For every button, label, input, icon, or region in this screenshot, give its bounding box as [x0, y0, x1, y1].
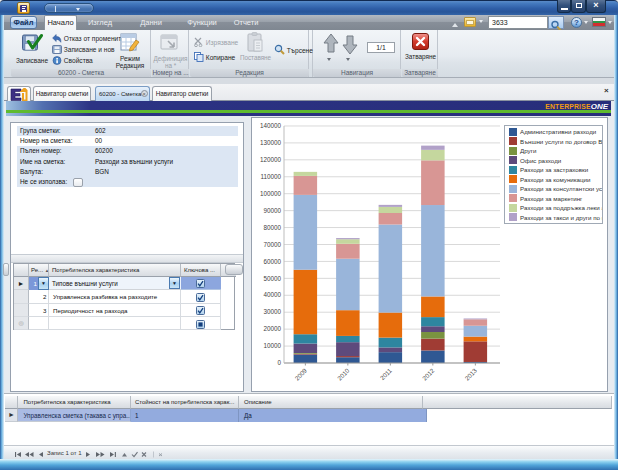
svg-text:80000: 80000 [263, 224, 281, 231]
svg-text:2012: 2012 [421, 366, 436, 381]
svg-text:40000: 40000 [263, 291, 281, 298]
svg-text:2010: 2010 [336, 366, 351, 381]
svg-text:10000: 10000 [263, 342, 281, 349]
svg-text:100000: 100000 [260, 190, 282, 197]
svg-text:2013: 2013 [463, 366, 478, 381]
svg-text:2009: 2009 [293, 366, 308, 381]
svg-text:140000: 140000 [260, 122, 282, 129]
svg-text:120000: 120000 [260, 156, 282, 163]
svg-text:20000: 20000 [263, 325, 281, 332]
svg-text:50000: 50000 [263, 275, 281, 282]
svg-text:30000: 30000 [263, 308, 281, 315]
svg-text:90000: 90000 [263, 207, 281, 214]
svg-text:70000: 70000 [263, 241, 281, 248]
svg-text:110000: 110000 [260, 173, 281, 180]
svg-text:130000: 130000 [260, 139, 282, 146]
svg-text:2011: 2011 [379, 366, 394, 381]
svg-text:0: 0 [277, 359, 281, 366]
svg-text:60000: 60000 [263, 258, 281, 265]
